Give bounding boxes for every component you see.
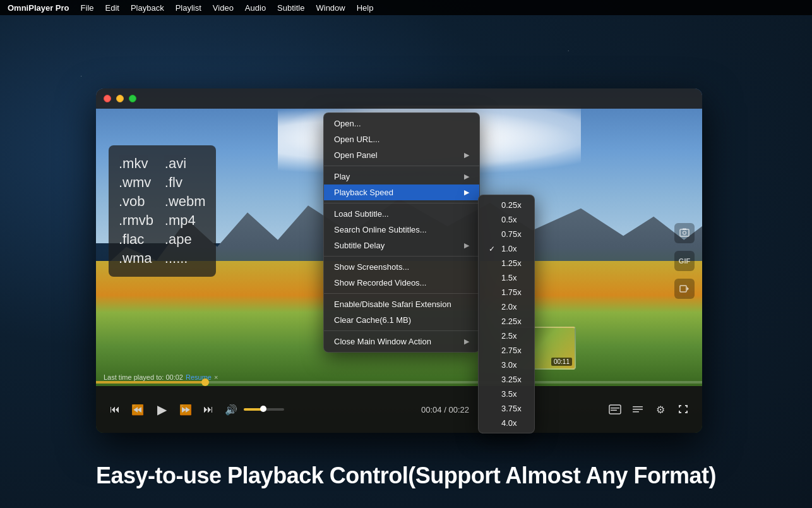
svg-rect-2 <box>683 228 686 229</box>
minimize-button[interactable] <box>116 95 124 102</box>
progress-bar[interactable] <box>96 381 702 384</box>
rewind-button[interactable]: ⏪ <box>129 401 146 418</box>
play-button[interactable]: ▶ <box>152 399 172 420</box>
time-display: 00:04 / 00:22 <box>289 405 601 414</box>
right-controls: ⚙ <box>606 401 692 418</box>
menu-item-open-url[interactable]: Open URL... <box>324 131 479 147</box>
resume-close[interactable]: × <box>214 373 218 381</box>
speed-0-25x[interactable]: 0.25x <box>479 198 534 212</box>
format-avi: .avi <box>165 155 206 172</box>
format-mkv: .mkv <box>119 155 160 172</box>
settings-button[interactable]: ⚙ <box>652 401 669 418</box>
svg-rect-0 <box>680 229 689 236</box>
format-more: ...... <box>165 250 206 267</box>
fullscreen-button[interactable] <box>129 95 136 102</box>
playback-speed-submenu: 0.25x 0.5x 0.75x ✓ 1.0x 1.25x 1.5x 1.75x… <box>478 195 535 433</box>
speed-2-25x[interactable]: 2.25x <box>479 314 534 329</box>
progress-fill <box>96 381 205 384</box>
fast-forward-button[interactable]: ⏩ <box>177 401 194 418</box>
speed-4-0x[interactable]: 4.0x <box>479 416 534 430</box>
menu-subtitle[interactable]: Subtitle <box>277 3 304 13</box>
speed-3-0x[interactable]: 3.0x <box>479 358 534 372</box>
divider-5 <box>324 330 479 331</box>
menu-video[interactable]: Video <box>213 3 234 13</box>
speed-1-25x[interactable]: 1.25x <box>479 256 534 270</box>
speed-2-75x[interactable]: 2.75x <box>479 343 534 358</box>
skip-to-end-button[interactable]: ⏭ <box>200 401 217 418</box>
menu-item-playback-speed[interactable]: Playback Speed ▶ <box>324 184 479 200</box>
menu-item-close-window[interactable]: Close Main Window Action ▶ <box>324 334 479 349</box>
svg-rect-7 <box>611 410 617 411</box>
svg-rect-8 <box>633 406 643 408</box>
arrow-icon: ▶ <box>464 172 469 181</box>
menu-audio[interactable]: Audio <box>245 3 266 13</box>
format-webm: .webm <box>165 193 206 210</box>
menu-item-clear-cache[interactable]: Clear Cache(6.1 MB) <box>324 312 479 328</box>
menu-playback[interactable]: Playback <box>131 3 164 13</box>
subtitles-button[interactable] <box>606 401 624 418</box>
svg-rect-3 <box>680 286 686 292</box>
svg-marker-4 <box>687 287 689 291</box>
menu-bar: OmniPlayer Pro File Edit Playback Playli… <box>0 0 812 15</box>
format-wmv: .wmv <box>119 174 160 191</box>
volume-icon[interactable]: 🔊 <box>222 401 240 418</box>
menu-edit[interactable]: Edit <box>105 3 119 13</box>
speed-2-5x[interactable]: 2.5x <box>479 329 534 343</box>
gif-icon[interactable]: GIF <box>674 251 695 271</box>
volume-bar[interactable] <box>244 408 284 411</box>
format-wma: .wma <box>119 250 160 267</box>
speed-2-0x[interactable]: 2.0x <box>479 299 534 314</box>
speed-0-75x[interactable]: 0.75x <box>479 227 534 241</box>
close-button[interactable] <box>104 95 111 102</box>
app-name[interactable]: OmniPlayer Pro <box>8 3 69 13</box>
speed-1-5x[interactable]: 1.5x <box>479 270 534 285</box>
format-flv: .flv <box>165 174 206 191</box>
divider-2 <box>324 203 479 203</box>
skip-to-start-button[interactable]: ⏮ <box>106 401 124 418</box>
svg-rect-9 <box>633 409 643 410</box>
side-icons: GIF <box>674 223 695 299</box>
menu-item-safari-extension[interactable]: Enable/Disable Safari Extension <box>324 296 479 312</box>
speed-1-0x[interactable]: ✓ 1.0x <box>479 241 534 256</box>
check-1-0x: ✓ <box>489 245 498 253</box>
speed-1-75x[interactable]: 1.75x <box>479 285 534 299</box>
time-current: 00:04 <box>421 405 442 414</box>
menu-help[interactable]: Help <box>357 3 374 13</box>
menu-item-open[interactable]: Open... <box>324 116 479 131</box>
menu-item-open-panel[interactable]: Open Panel ▶ <box>324 147 479 163</box>
speed-3-75x[interactable]: 3.75x <box>479 401 534 416</box>
speed-3-5x[interactable]: 3.5x <box>479 387 534 401</box>
menu-item-show-screenshots[interactable]: Show Screenshots... <box>324 259 479 275</box>
time-total: 00:22 <box>448 405 469 414</box>
screenshot-icon[interactable] <box>674 223 695 243</box>
svg-rect-5 <box>609 405 621 414</box>
title-bar <box>96 88 702 109</box>
fullscreen-ctrl-button[interactable] <box>674 401 692 418</box>
menu-item-play[interactable]: Play ▶ <box>324 169 479 184</box>
speed-0-5x[interactable]: 0.5x <box>479 212 534 227</box>
speed-3-25x[interactable]: 3.25x <box>479 372 534 387</box>
svg-rect-6 <box>611 408 619 409</box>
menu-file[interactable]: File <box>81 3 94 13</box>
format-overlay: .mkv .avi .wmv .flv .vob .webm .rmvb .mp… <box>109 145 216 277</box>
menu-window[interactable]: Window <box>316 3 345 13</box>
arrow-icon: ▶ <box>464 188 469 197</box>
volume-container: 🔊 <box>222 401 284 418</box>
menu-item-show-recorded[interactable]: Show Recorded Videos... <box>324 275 479 291</box>
controls-bar: ⏮ ⏪ ▶ ⏩ ⏭ 🔊 00:04 / 00:22 <box>96 386 702 433</box>
format-rmvb: .rmvb <box>119 212 160 229</box>
menu-playlist[interactable]: Playlist <box>176 3 201 13</box>
svg-point-1 <box>683 231 686 234</box>
menu-item-load-subtitle[interactable]: Load Subtitle... <box>324 206 479 222</box>
svg-rect-10 <box>633 411 639 413</box>
record-icon[interactable] <box>674 279 695 299</box>
format-flac: .flac <box>119 231 160 248</box>
menu-item-search-subtitles[interactable]: Search Online Subtitles... <box>324 222 479 238</box>
divider-1 <box>324 166 479 166</box>
playlist-button[interactable] <box>629 401 647 418</box>
menu-item-subtitle-delay[interactable]: Subtitle Delay ▶ <box>324 238 479 253</box>
dropdown-menu: Open... Open URL... Open Panel ▶ Play ▶ … <box>323 112 480 353</box>
divider-4 <box>324 293 479 294</box>
resume-bar: Last time played to: 00:02 Resume × <box>104 373 218 381</box>
progress-thumb <box>201 378 209 386</box>
